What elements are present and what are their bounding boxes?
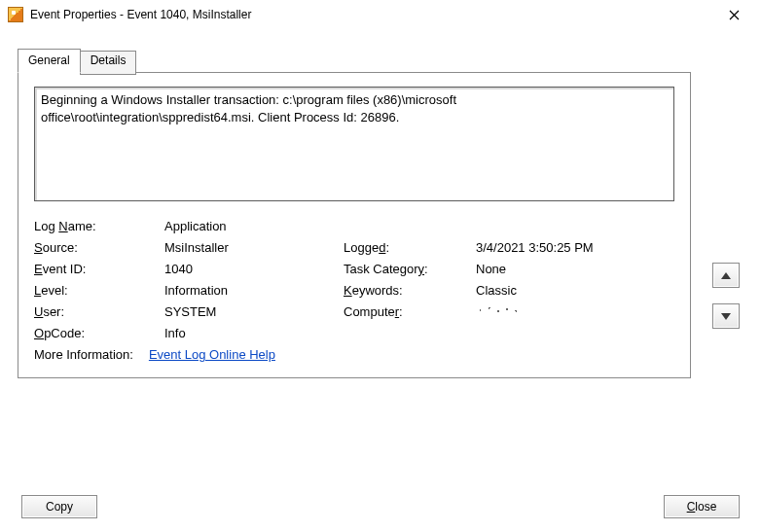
label-log-name: Log Name:	[34, 219, 159, 233]
value-keywords: Classic	[476, 283, 674, 298]
copy-button[interactable]: Copy	[21, 495, 97, 518]
link-online-help[interactable]: Event Log Online Help	[149, 347, 275, 362]
tab-panel-general: Beginning a Windows Installer transactio…	[18, 72, 691, 378]
window-title: Event Properties - Event 1040, MsiInstal…	[30, 8, 251, 21]
next-event-button[interactable]	[712, 303, 740, 329]
label-user: User:	[34, 304, 159, 319]
value-source: MsiInstaller	[164, 240, 338, 255]
label-keywords: Keywords:	[344, 283, 470, 298]
label-event-id: Event ID:	[34, 262, 159, 276]
label-task-category: Task Category:	[344, 262, 470, 276]
close-button[interactable]: Close	[664, 495, 740, 518]
tab-strip: General Details	[18, 49, 743, 73]
tab-general[interactable]: General	[18, 49, 81, 73]
label-computer: Computer:	[344, 304, 470, 319]
value-logged: 3/4/2021 3:50:25 PM	[476, 240, 674, 255]
close-icon[interactable]	[714, 1, 753, 28]
value-level: Information	[164, 283, 338, 298]
value-log-name: Application	[164, 219, 674, 233]
arrow-down-icon	[721, 313, 731, 320]
tab-details[interactable]: Details	[80, 51, 137, 75]
label-opcode: OpCode:	[34, 326, 159, 340]
value-opcode: Info	[164, 326, 674, 340]
value-computer	[476, 304, 674, 319]
prev-event-button[interactable]	[712, 263, 740, 288]
value-user: SYSTEM	[164, 304, 338, 319]
arrow-up-icon	[721, 272, 731, 279]
label-source: Source:	[34, 240, 159, 255]
label-logged: Logged:	[344, 240, 470, 255]
label-more-info: More Information:	[34, 347, 133, 362]
title-bar: Event Properties - Event 1040, MsiInstal…	[0, 0, 761, 29]
event-message-text[interactable]: Beginning a Windows Installer transactio…	[34, 87, 674, 201]
app-icon	[8, 7, 23, 22]
value-task-category: None	[476, 262, 674, 276]
value-event-id: 1040	[164, 262, 338, 276]
label-level: Level:	[34, 283, 159, 298]
redacted-computer-name	[476, 304, 521, 316]
